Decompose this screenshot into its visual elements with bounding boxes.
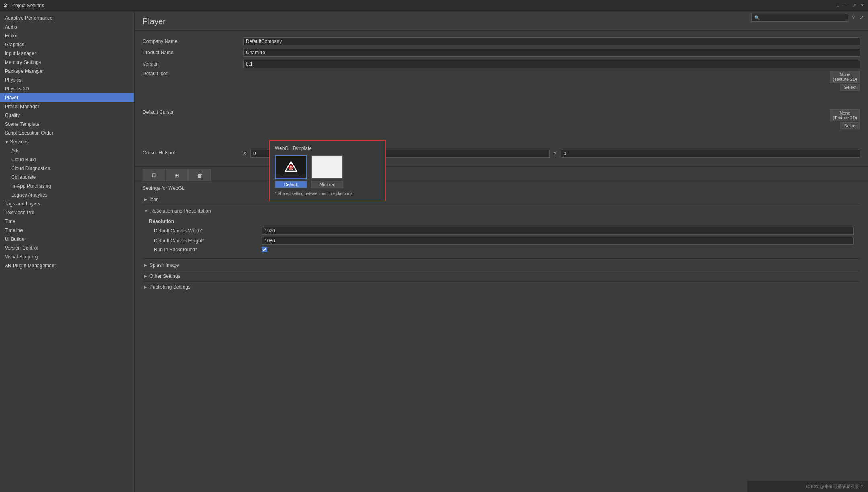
product-name-label: Product Name <box>143 50 243 55</box>
default-cursor-label: Default Cursor <box>143 109 243 115</box>
canvas-height-label: Default Canvas Height* <box>149 238 262 244</box>
canvas-height-input[interactable] <box>262 237 854 245</box>
version-label: Version <box>143 61 243 67</box>
player-fields: Company Name Product Name Version Defaul… <box>135 31 868 167</box>
publishing-label: Publishing Settings <box>149 284 190 290</box>
sidebar-item-cloud-diagnostics[interactable]: Cloud Diagnostics <box>0 164 134 173</box>
settings-for-label: Settings for WebGL <box>143 185 860 191</box>
default-cursor-none-btn[interactable]: None (Texture 2D) <box>830 109 860 121</box>
default-icon-row: Default Icon None (Texture 2D) Select <box>143 71 860 107</box>
icon-section-triangle: ▶ <box>144 197 147 201</box>
template-default-btn[interactable]: Default <box>275 181 307 188</box>
title-bar-maximize-btn[interactable]: ⤢ <box>851 3 857 8</box>
title-bar-close-btn[interactable]: ✕ <box>859 3 865 8</box>
template-item-minimal: Minimal <box>311 155 343 188</box>
sidebar-item-collaborate[interactable]: Collaborate <box>0 173 134 182</box>
settings-section: Settings for WebGL ▶ Icon ▼ Resolution a… <box>135 181 868 296</box>
splash-section-header[interactable]: ▶ Splash Image <box>143 260 860 271</box>
sidebar-item-physics[interactable]: Physics <box>0 76 134 84</box>
version-row: Version <box>143 59 860 68</box>
canvas-width-label: Default Canvas Width* <box>149 228 262 234</box>
default-cursor-select-btn[interactable]: Select <box>840 122 860 129</box>
template-item-default: ⚙ ──────── Default <box>275 155 307 188</box>
sidebar-item-time[interactable]: Time <box>0 217 134 226</box>
sidebar-item-textmesh-pro[interactable]: TextMesh Pro <box>0 208 134 217</box>
sidebar-item-input-manager[interactable]: Input Manager <box>0 49 134 58</box>
content-area: 🔍 ? ⤢ Player Company Name Product Name <box>135 11 868 492</box>
company-name-label: Company Name <box>143 39 243 44</box>
icon-section-header[interactable]: ▶ Icon <box>143 194 860 205</box>
other-settings-header[interactable]: ▶ Other Settings <box>143 271 860 281</box>
sidebar-item-audio[interactable]: Audio <box>0 23 134 31</box>
sidebar-item-package-manager[interactable]: Package Manager <box>0 67 134 76</box>
title-bar-more-btn[interactable]: ⋮ <box>835 3 841 8</box>
unity-logo-svg: ⚙ <box>284 160 298 174</box>
company-name-row: Company Name <box>143 37 860 46</box>
resolution-section-triangle: ▼ <box>144 209 148 213</box>
sidebar-item-cloud-build[interactable]: Cloud Build <box>0 155 134 164</box>
resolution-section-header[interactable]: ▼ Resolution and Presentation <box>143 206 860 216</box>
resolution-content: Resolution Default Canvas Width* Default… <box>143 216 860 258</box>
bottom-bar: CSDN @来者可是诸葛孔明？ <box>747 481 868 492</box>
cursor-hotspot-y-input[interactable] <box>561 150 860 158</box>
sidebar-item-scene-template[interactable]: Scene Template <box>0 120 134 129</box>
product-name-row: Product Name <box>143 48 860 57</box>
canvas-width-input[interactable] <box>262 227 854 235</box>
default-cursor-row: Default Cursor None (Texture 2D) Select <box>143 109 860 146</box>
webgl-template-popup: WebGL Template ⚙ ─────── <box>269 140 386 201</box>
product-name-input[interactable] <box>243 49 860 57</box>
company-name-input[interactable] <box>243 37 860 45</box>
sidebar-item-preset-manager[interactable]: Preset Manager <box>0 102 134 111</box>
services-expand-icon: ▼ <box>5 140 8 144</box>
sidebar-item-in-app-purchasing[interactable]: In-App Purchasing <box>0 182 134 191</box>
bottom-bar-text: CSDN @来者可是诸葛孔明？ <box>806 484 864 490</box>
canvas-width-row: Default Canvas Width* <box>149 227 854 235</box>
default-icon-none-btn[interactable]: None (Texture 2D) <box>830 71 860 83</box>
sidebar-item-legacy-analytics[interactable]: Legacy Analytics <box>0 191 134 199</box>
publishing-settings-header[interactable]: ▶ Publishing Settings <box>143 281 860 292</box>
help-button[interactable]: ? <box>851 14 856 21</box>
sidebar-item-adaptive-performance[interactable]: Adaptive Performance <box>0 14 134 23</box>
sidebar-item-ui-builder[interactable]: UI Builder <box>0 235 134 244</box>
sidebar-item-timeline[interactable]: Timeline <box>0 226 134 235</box>
sidebar-item-quality[interactable]: Quality <box>0 111 134 120</box>
sidebar-item-xr-plugin-management[interactable]: XR Plugin Management <box>0 261 134 270</box>
template-thumb-minimal[interactable] <box>311 155 343 179</box>
title-bar-text: Project Settings <box>10 3 44 8</box>
search-container: 🔍 <box>751 14 848 22</box>
title-bar-minimize-btn[interactable]: — <box>843 3 849 8</box>
default-icon-controls: None (Texture 2D) Select <box>243 71 860 91</box>
platform-tab-standalone[interactable]: 🖥 <box>143 169 165 181</box>
sidebar-item-player[interactable]: Player <box>0 93 134 102</box>
expand-button[interactable]: ⤢ <box>859 14 865 21</box>
version-input[interactable] <box>243 60 860 68</box>
run-in-background-label: Run In Background* <box>149 247 262 252</box>
platform-tab-other[interactable]: 🗑 <box>188 169 211 181</box>
search-input[interactable] <box>762 15 845 20</box>
sidebar-item-graphics[interactable]: Graphics <box>0 40 134 49</box>
search-icon: 🔍 <box>754 15 760 20</box>
header-action-buttons: ? ⤢ <box>851 14 865 21</box>
cursor-hotspot-row: Cursor Hotspot X Y <box>143 148 860 158</box>
cursor-hotspot-x-label: X <box>243 151 246 156</box>
resolution-label: Resolution <box>149 219 854 224</box>
template-minimal-btn[interactable]: Minimal <box>311 181 343 188</box>
sidebar-item-tags-and-layers[interactable]: Tags and Layers <box>0 199 134 208</box>
sidebar-item-physics-2d[interactable]: Physics 2D <box>0 84 134 93</box>
run-in-background-checkbox[interactable] <box>262 247 267 252</box>
publishing-triangle: ▶ <box>144 285 147 289</box>
sidebar-item-script-execution-order[interactable]: Script Execution Order <box>0 129 134 137</box>
svg-text:⚙: ⚙ <box>289 165 293 170</box>
resolution-section: ▼ Resolution and Presentation Resolution… <box>143 206 860 259</box>
sidebar-item-version-control[interactable]: Version Control <box>0 244 134 252</box>
sidebar-item-services[interactable]: ▼Services <box>0 137 134 146</box>
platform-tab-pc[interactable]: ⊞ <box>166 169 188 181</box>
sidebar-item-editor[interactable]: Editor <box>0 31 134 40</box>
sidebar-item-ads[interactable]: Ads <box>0 146 134 155</box>
default-cursor-controls: None (Texture 2D) Select <box>243 109 860 129</box>
sidebar-item-memory-settings[interactable]: Memory Settings <box>0 58 134 67</box>
sidebar-item-visual-scripting[interactable]: Visual Scripting <box>0 252 134 261</box>
webgl-template-options: ⚙ ──────── Default Minimal <box>275 155 380 188</box>
default-icon-select-btn[interactable]: Select <box>840 84 860 91</box>
template-thumb-default[interactable]: ⚙ ──────── <box>275 155 307 179</box>
